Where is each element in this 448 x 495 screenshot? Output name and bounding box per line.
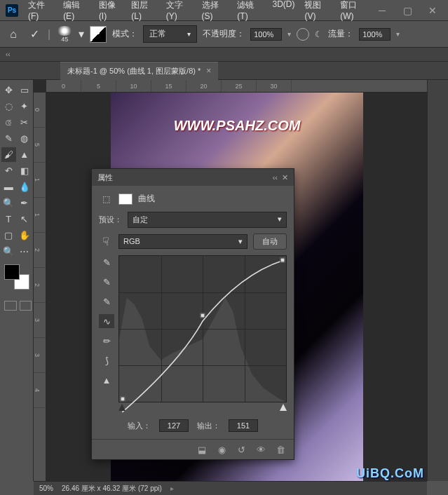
dodge-tool[interactable]: 🔍 xyxy=(1,196,16,210)
status-bar: 50% 26.46 厘米 x 46.32 厘米 (72 ppi) ▸ xyxy=(34,481,427,495)
layer-mask-icon[interactable] xyxy=(118,194,133,205)
eyedropper-gray-icon[interactable]: ✎ xyxy=(99,275,114,289)
chevron-left-icon: ‹‹ xyxy=(6,50,11,58)
menu-filter[interactable]: 滤镜(T) xyxy=(233,0,266,22)
move-tool[interactable]: ✥ xyxy=(1,83,16,97)
eraser-tool[interactable]: ◧ xyxy=(18,163,32,178)
eyedropper-white-icon[interactable]: ✎ xyxy=(99,294,114,308)
minimize-button[interactable]: ─ xyxy=(372,4,392,18)
ruler-tick: 2 xyxy=(34,268,46,303)
brush-preview[interactable]: 45 xyxy=(56,26,73,43)
path-tool[interactable]: ↖ xyxy=(18,212,32,226)
wand-tool[interactable]: ✦ xyxy=(18,99,32,114)
reset-icon[interactable]: ↺ xyxy=(235,444,247,455)
visibility-icon[interactable]: 👁 xyxy=(254,444,267,455)
black-point-handle[interactable] xyxy=(118,404,125,411)
stamp-tool[interactable]: ▲ xyxy=(18,147,32,162)
clip-warning-icon[interactable]: ▲ xyxy=(99,373,114,387)
curve-point-highlight[interactable] xyxy=(280,258,285,263)
gradient-tool[interactable]: ▬ xyxy=(1,179,16,194)
home-icon[interactable]: ⌂ xyxy=(6,27,21,42)
targeted-adjust-icon[interactable]: ☟ xyxy=(99,236,113,248)
menu-window[interactable]: 窗口(W) xyxy=(336,0,372,22)
output-value[interactable]: 151 xyxy=(229,419,258,432)
smooth-curve-icon[interactable]: ⟆ xyxy=(99,353,114,367)
menu-layer[interactable]: 图层(L) xyxy=(127,0,161,22)
input-slider[interactable] xyxy=(118,404,287,415)
ruler-tick: 25 xyxy=(222,80,257,92)
blend-mode-select[interactable]: 正常 xyxy=(143,25,197,43)
hand-tool[interactable]: ✋ xyxy=(18,228,32,243)
panel-collapse-bar[interactable]: ‹‹ xyxy=(0,48,448,62)
curve-point-mid[interactable] xyxy=(201,313,205,318)
menu-file[interactable]: 文件(F) xyxy=(24,0,57,22)
toolbar: ✥▭ ◌✦ ⟃✂ ✎◍ 🖌▲ ↶◧ ▬💧 🔍✒ T↖ ▢✋ 🔍⋯ xyxy=(0,80,34,481)
ruler-tick: 0 xyxy=(34,93,46,128)
opacity-input[interactable]: 100% xyxy=(250,28,282,41)
point-curve-icon[interactable]: ∿ xyxy=(99,314,114,328)
ruler-tick: 2 xyxy=(34,233,46,268)
app-logo: Ps xyxy=(6,4,18,17)
shape-tool[interactable]: ▢ xyxy=(1,228,16,243)
patch-tool[interactable]: ◍ xyxy=(18,131,32,146)
auto-button[interactable]: 自动 xyxy=(253,233,287,250)
ruler-vertical: 0 5 1 1 2 2 3 3 4 xyxy=(34,93,46,481)
menu-view[interactable]: 视图(V) xyxy=(300,0,334,22)
opacity-label: 不透明度： xyxy=(203,28,245,40)
properties-panel: 属性 ‹‹ ✕ ⬚ 曲线 预设： 自定▾ ☟ RGB▾ 自动 ✎ ✎ ✎ ∿ ✏ xyxy=(91,168,294,460)
toggle-visibility-icon[interactable]: ◉ xyxy=(215,444,228,455)
menu-edit[interactable]: 编辑(E) xyxy=(59,0,93,22)
marquee-tool[interactable]: ▭ xyxy=(18,83,32,97)
pressure-icon[interactable] xyxy=(297,28,309,41)
eyedropper-tool[interactable]: ✎ xyxy=(1,131,16,146)
panel-menu-icon[interactable]: ‹‹ xyxy=(273,173,278,182)
ruler-tick: 5 xyxy=(34,128,46,163)
panel-header[interactable]: 属性 ‹‹ ✕ xyxy=(92,169,294,186)
tab-close-icon[interactable]: × xyxy=(206,66,211,76)
zoom-tool[interactable]: 🔍 xyxy=(1,244,16,259)
flow-input[interactable]: 100% xyxy=(359,28,391,41)
ruler-tick: 4 xyxy=(34,373,46,408)
document-tab[interactable]: 未标题-1 @ 50% (曲线 1, 图层蒙版/8) * × xyxy=(60,62,218,80)
curve-point-shadow[interactable] xyxy=(120,396,125,401)
maximize-button[interactable]: ▢ xyxy=(398,4,417,18)
menu-image[interactable]: 图像(I) xyxy=(95,0,125,22)
blur-tool[interactable]: 💧 xyxy=(18,179,32,194)
curves-tools: ✎ ✎ ✎ ∿ ✏ ⟆ ▲ xyxy=(99,255,116,402)
menu-3d[interactable]: 3D(D) xyxy=(268,0,299,22)
panel-title: 属性 xyxy=(97,172,113,183)
quick-mask-icon[interactable] xyxy=(4,301,17,311)
brush-tool[interactable]: 🖌 xyxy=(1,147,16,162)
panel-close-icon[interactable]: ✕ xyxy=(282,173,288,182)
mode-label: 模式： xyxy=(112,28,137,40)
edit-toolbar[interactable]: ⋯ xyxy=(18,244,32,259)
screen-mode-icon[interactable] xyxy=(20,301,32,311)
menu-type[interactable]: 文字(Y) xyxy=(162,0,196,22)
preset-select[interactable]: 自定▾ xyxy=(128,212,287,228)
lasso-tool[interactable]: ◌ xyxy=(1,99,16,114)
eyedropper-black-icon[interactable]: ✎ xyxy=(99,255,114,269)
slice-tool[interactable]: ✂ xyxy=(18,115,32,130)
history-brush-tool[interactable]: ↶ xyxy=(1,163,16,178)
input-label: 输入： xyxy=(128,421,151,431)
mask-icon[interactable] xyxy=(90,26,107,43)
pen-tool[interactable]: ✒ xyxy=(18,196,32,210)
close-button[interactable]: ✕ xyxy=(423,4,442,18)
ruler-horizontal: 0 5 10 15 20 25 30 xyxy=(46,80,427,93)
channel-select[interactable]: RGB▾ xyxy=(118,234,247,249)
clip-to-layer-icon[interactable]: ⬓ xyxy=(196,444,208,455)
curves-graph[interactable] xyxy=(118,255,287,402)
pencil-curve-icon[interactable]: ✏ xyxy=(99,334,114,348)
zoom-level[interactable]: 50% xyxy=(39,484,53,492)
type-tool[interactable]: T xyxy=(1,212,16,226)
input-value[interactable]: 127 xyxy=(159,419,189,432)
white-point-handle[interactable] xyxy=(280,404,287,411)
right-panel-collapsed[interactable] xyxy=(427,80,448,481)
ruler-tick: 5 xyxy=(81,80,116,92)
foreground-swatch[interactable] xyxy=(4,264,20,280)
delete-icon[interactable]: 🗑 xyxy=(274,444,287,455)
crop-tool[interactable]: ⟃ xyxy=(1,115,16,130)
menu-select[interactable]: 选择(S) xyxy=(198,0,232,22)
color-swatches[interactable] xyxy=(1,264,31,294)
brush-tool-icon[interactable]: ✓ xyxy=(27,27,42,42)
